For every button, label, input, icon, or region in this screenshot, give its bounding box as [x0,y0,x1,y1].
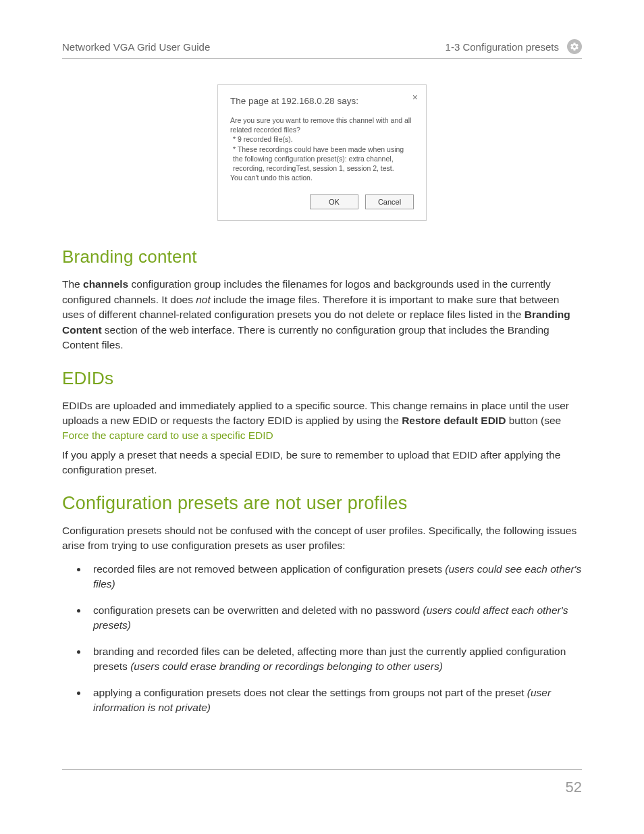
list-item: applying a configuration presets does no… [89,685,582,716]
edids-paragraph-2: If you apply a preset that needs a speci… [62,448,582,478]
list-item: branding and recorded files can be delet… [89,644,582,675]
list-item: configuration presets can be overwritten… [89,603,582,633]
heading-edids: EDIDs [62,368,582,389]
header-rule [62,58,582,59]
dialog-line: * 9 recorded file(s). [230,134,414,144]
dialog-line: * These recordings could have been made … [230,145,414,174]
confirm-dialog: × The page at 192.168.0.28 says: Are you… [217,84,427,221]
header-right: 1-3 Configuration presets [446,41,559,53]
page-number: 52 [566,779,582,796]
dialog-line: Are you sure you want to remove this cha… [230,115,414,134]
dialog-title: The page at 192.168.0.28 says: [230,96,414,106]
dialog-body: Are you sure you want to remove this cha… [230,115,414,182]
list-item: recorded files are not removed between a… [89,562,582,592]
footer-rule [62,769,582,770]
cancel-button[interactable]: Cancel [365,194,414,209]
page: Networked VGA Grid User Guide 1-3 Config… [0,0,644,834]
edids-paragraph-1: EDIDs are uploaded and immediately appli… [62,398,582,444]
dialog-wrap: × The page at 192.168.0.28 says: Are you… [62,84,582,221]
page-header: Networked VGA Grid User Guide 1-3 Config… [62,39,582,58]
dialog-line: You can't undo this action. [230,173,414,182]
header-left: Networked VGA Grid User Guide [62,41,210,53]
branding-paragraph: The channels configuration group include… [62,277,582,353]
gear-icon [567,39,582,54]
dialog-buttons: OK Cancel [230,194,414,209]
close-icon[interactable]: × [412,92,418,103]
config-bullet-list: recorded files are not removed between a… [62,562,582,716]
heading-config-presets: Configuration presets are not user profi… [62,493,582,514]
ok-button[interactable]: OK [310,194,358,209]
config-intro: Configuration presets should not be conf… [62,523,582,554]
heading-branding: Branding content [62,246,582,267]
edid-link[interactable]: Force the capture card to use a specific… [62,429,273,441]
